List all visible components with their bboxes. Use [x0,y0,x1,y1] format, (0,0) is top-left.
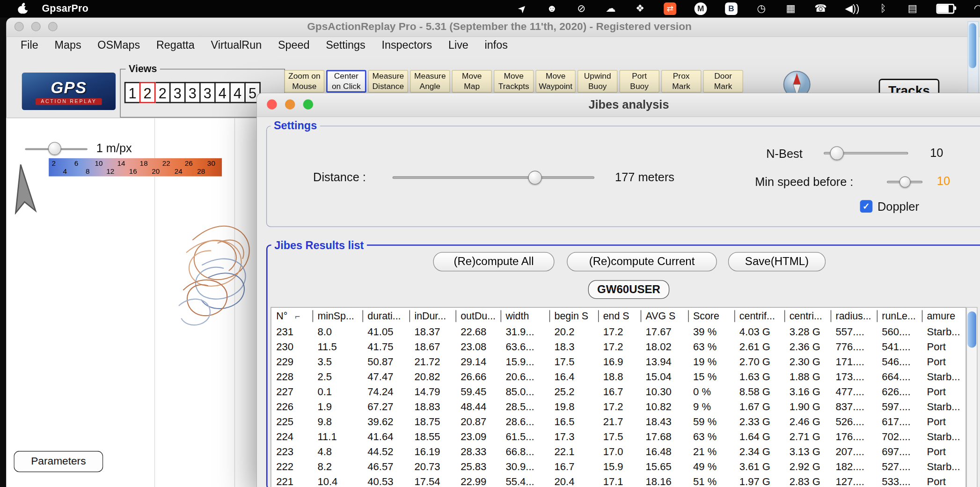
toolbar-upwind-buoy[interactable]: UpwindBuoy [578,70,617,93]
view-box-8[interactable]: 4 [229,82,246,103]
table-row[interactable]: 2259.839.6218.7520.8728.6...16.521.718.4… [271,414,966,429]
main-window-titlebar[interactable]: GpsActionReplay Pro - 5.31 (September th… [6,17,980,37]
table-row[interactable]: 23011.541.7518.6723.0863.6...18.317.218.… [271,339,966,354]
column-header-minsp[interactable]: minSp... [313,310,363,322]
recompute-current-button[interactable]: (Re)compute Current [567,252,717,271]
user-tab-gw60user[interactable]: GW60USER [588,280,670,299]
toolbar-zoom-on-mouse[interactable]: Zoom onMouse [285,70,324,93]
column-header-centrif[interactable]: centrif... [734,310,784,322]
view-box-6[interactable]: 3 [199,82,216,103]
phone-icon[interactable]: ☎ [814,0,827,17]
doppler-checkbox[interactable]: ✓ [860,200,873,213]
results-table-scrollbar-thumb[interactable] [967,311,976,347]
menu-speed[interactable]: Speed [270,38,318,52]
table-row[interactable]: 22110.440.5317.5422.9955.4...20.417.118.… [271,474,966,487]
column-header-durati[interactable]: durati... [363,310,410,322]
sort-indicator-icon[interactable]: ⌐ [295,311,300,321]
toolbar-move-trackpts[interactable]: MoveTrackpts [494,70,534,93]
column-header-outdu[interactable]: outDu... [456,310,501,322]
nbest-slider[interactable] [824,146,908,160]
toolbar-move-map[interactable]: MoveMap [452,70,492,93]
view-box-5[interactable]: 3 [184,82,201,103]
gmail-icon[interactable]: M [695,2,707,15]
cloud-icon[interactable]: ☁ [605,0,616,17]
table-row[interactable]: 2282.547.4720.8226.6620.6...16.418.815.0… [271,369,966,384]
results-table-scrollbar[interactable] [966,307,978,487]
toolbar-prox-mark[interactable]: ProxMark [661,70,701,93]
results-table-header[interactable]: N°⌐minSp...durati...inDur...outDu...widt… [271,308,966,324]
keyboard-viewer-icon[interactable]: ▦ [785,0,796,17]
column-header-amure[interactable]: amure [922,310,965,322]
menu-maps[interactable]: Maps [46,38,89,52]
table-row[interactable]: 22411.141.6418.5523.0961.5...17.317.517.… [271,429,966,444]
recompute-all-button[interactable]: (Re)compute All [433,252,554,271]
column-header-radius[interactable]: radius... [831,310,877,322]
nbest-slider-thumb[interactable] [830,146,843,160]
minspeed-slider-thumb[interactable] [900,177,911,188]
save-html-button[interactable]: Save(HTML) [728,252,826,271]
column-header-ends[interactable]: end S [598,310,641,322]
window-scrollbar[interactable] [967,21,979,95]
table-row[interactable]: 2228.246.5720.7325.8330.9...16.715.915.6… [271,459,966,474]
view-box-4[interactable]: 3 [169,82,186,103]
column-header-centri[interactable]: centri... [784,310,831,322]
toolbar-move-waypoint[interactable]: MoveWaypoint [535,70,575,93]
toolbar-door-mark[interactable]: DoorMark [703,70,743,93]
parameters-button[interactable]: Parameters [14,451,103,472]
bitwarden-icon[interactable]: B [725,2,738,15]
column-header-begins[interactable]: begin S [549,310,598,322]
table-row[interactable]: 2318.041.0518.3722.6831.9...20.217.217.6… [271,324,966,339]
distance-slider[interactable] [393,171,594,184]
toolbar-center-on-click[interactable]: Centeron Click [326,70,366,93]
table-row[interactable]: 2270.174.2414.7959.4585.0...25.216.710.3… [271,384,966,399]
window-scrollbar-thumb[interactable] [969,23,976,68]
toolbar-measure-distance[interactable]: MeasureDistance [368,70,408,93]
dialog-titlebar[interactable]: Jibes analysis [257,93,980,117]
toolbar-port-buoy[interactable]: PortBuoy [619,70,659,93]
toolbar-measure-angle[interactable]: MeasureAngle [410,70,450,93]
dialog-zoom-button[interactable] [303,99,313,109]
dialog-minimize-button[interactable] [285,99,295,109]
zoom-button[interactable] [48,22,58,31]
bluetooth-icon[interactable]: ᛒ [878,0,889,17]
results-table[interactable]: N°⌐minSp...durati...inDur...outDu...widt… [271,307,966,487]
column-header-n[interactable]: N°⌐ [271,310,313,322]
close-button[interactable] [15,22,24,31]
distance-slider-track[interactable] [393,177,594,179]
paperclip-icon[interactable]: ⊘ [576,0,587,17]
map-zoom-slider-thumb[interactable] [48,142,61,155]
screen-share-icon[interactable]: ⇄ [664,2,676,15]
menu-inspectors[interactable]: Inspectors [373,38,440,52]
view-box-3[interactable]: 2 [154,82,171,103]
column-header-avgs[interactable]: AVG S [641,310,688,322]
input-source-icon[interactable]: ▤ [907,0,918,17]
menu-infos[interactable]: infos [476,38,516,52]
minimize-button[interactable] [31,22,41,31]
time-machine-icon[interactable]: ◷ [756,0,767,17]
person-icon[interactable]: ☻ [546,0,557,17]
volume-icon[interactable]: ◀)) [845,0,860,17]
table-row[interactable]: 2234.844.5216.1928.3366.8...22.117.016.4… [271,444,966,459]
wifi-icon[interactable]: ◠ [973,0,980,17]
dialog-close-button[interactable] [267,99,277,109]
column-header-runle[interactable]: runLe... [877,310,922,322]
menu-settings[interactable]: Settings [318,38,373,52]
menu-regatta[interactable]: Regatta [148,38,203,52]
column-header-indur[interactable]: inDur... [410,310,456,322]
column-header-width[interactable]: width [501,310,549,322]
location-arrow-icon[interactable]: ➤ [512,0,533,19]
apple-menu-icon[interactable] [17,2,28,15]
column-header-score[interactable]: Score [688,310,734,322]
menubar-app-name[interactable]: GpsarPro [42,3,88,15]
menu-virtualrun[interactable]: VirtualRun [203,38,270,52]
menu-live[interactable]: Live [440,38,477,52]
view-box-1[interactable]: 1 [124,82,141,103]
view-box-7[interactable]: 4 [214,82,231,103]
distance-slider-thumb[interactable] [528,171,541,184]
menu-osmaps[interactable]: OSMaps [89,38,148,52]
menu-file[interactable]: File [13,38,46,52]
battery-icon[interactable] [936,4,955,14]
minspeed-slider[interactable] [887,175,922,189]
dropbox-icon[interactable]: ❖ [635,0,646,17]
view-box-2[interactable]: 2 [139,82,156,103]
